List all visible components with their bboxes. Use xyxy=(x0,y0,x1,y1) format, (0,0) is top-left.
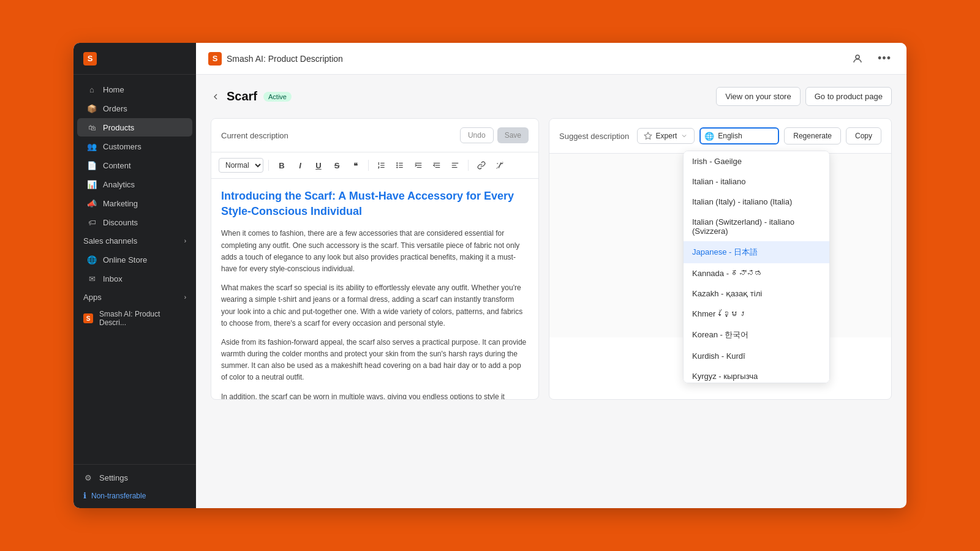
quote-button[interactable]: ❝ xyxy=(347,157,363,173)
lang-option-khmer[interactable]: Khmer - ខ្មែរ xyxy=(684,304,829,324)
page-content: Scarf Active View on your store Go to pr… xyxy=(196,75,907,508)
mode-label: Expert xyxy=(656,132,677,140)
svg-marker-21 xyxy=(644,132,652,139)
content-icon: 📄 xyxy=(87,160,97,170)
products-icon: 🛍 xyxy=(87,122,97,132)
sales-channels-label: Sales channels xyxy=(83,236,137,246)
outdent-button[interactable] xyxy=(429,157,445,173)
suggest-label: Suggest description xyxy=(559,132,629,141)
more-menu-btn[interactable]: ••• xyxy=(875,49,894,69)
topbar: S Smash AI: Product Description ••• xyxy=(196,43,907,75)
clear-format-button[interactable] xyxy=(492,157,508,173)
topbar-actions: ••• xyxy=(848,49,894,69)
underline-button[interactable]: U xyxy=(311,157,326,173)
apps-label: Apps xyxy=(83,293,102,302)
save-button[interactable]: Save xyxy=(497,127,529,143)
format-select[interactable]: Normal xyxy=(219,158,263,173)
lang-option-italian-italy[interactable]: Italian (Italy) - italiano (Italia) xyxy=(684,192,829,212)
lang-option-kyrgyz[interactable]: Kyrgyz - кыргызча xyxy=(684,366,829,383)
sidebar-item-products[interactable]: 🛍 Products xyxy=(77,118,192,137)
current-description-label: Current description xyxy=(221,131,288,140)
view-on-store-btn[interactable]: View on your store xyxy=(716,87,800,106)
sidebar-item-smash-ai[interactable]: S Smash AI: Product Descri... xyxy=(74,306,196,331)
sidebar-item-settings[interactable]: ⚙ Settings xyxy=(74,468,196,487)
sidebar-item-content[interactable]: 📄 Content xyxy=(77,156,192,174)
sidebar-item-content-label: Content xyxy=(103,161,131,170)
sidebar-item-customers[interactable]: 👥 Customers xyxy=(77,137,192,156)
link-button[interactable] xyxy=(473,157,489,173)
topbar-app-title: S Smash AI: Product Description xyxy=(208,52,343,66)
lang-option-italian-switzerland[interactable]: Italian (Switzerland) - italiano (Svizze… xyxy=(684,212,829,241)
sidebar-item-orders[interactable]: 📦 Orders xyxy=(77,99,192,118)
copy-button[interactable]: Copy xyxy=(846,127,881,144)
left-panel-header: Current description Undo Save xyxy=(211,119,538,152)
bold-button[interactable]: B xyxy=(274,157,290,173)
home-icon: ⌂ xyxy=(87,84,97,94)
page-title: Scarf xyxy=(227,89,257,103)
regenerate-button[interactable]: Regenerate xyxy=(784,127,841,144)
sidebar-item-inbox-label: Inbox xyxy=(103,274,123,283)
svg-line-20 xyxy=(497,162,503,169)
apps-header[interactable]: Apps › xyxy=(74,288,196,306)
toolbar-divider-2 xyxy=(368,160,369,171)
toolbar-divider-1 xyxy=(268,160,269,171)
sidebar-item-home-label: Home xyxy=(103,85,124,94)
online-store-icon: 🌐 xyxy=(87,255,97,264)
back-button[interactable] xyxy=(211,92,221,102)
topbar-title: Smash AI: Product Description xyxy=(227,54,343,64)
discounts-icon: 🏷 xyxy=(87,217,97,227)
sales-channels-header[interactable]: Sales channels › xyxy=(74,232,196,250)
sidebar: S ⌂ Home 📦 Orders 🛍 Products 👥 Customers… xyxy=(74,43,196,508)
smash-ai-logo: S xyxy=(83,313,93,323)
analytics-icon: 📊 xyxy=(87,179,97,189)
lang-option-japanese[interactable]: Japanese - 日本語 xyxy=(684,241,829,263)
lang-option-italian[interactable]: Italian - italiano xyxy=(684,171,829,192)
sidebar-item-online-store[interactable]: 🌐 Online Store xyxy=(77,250,192,269)
svg-point-0 xyxy=(856,55,859,59)
indent-button[interactable] xyxy=(410,157,426,173)
ordered-list-button[interactable] xyxy=(374,157,390,173)
align-left-button[interactable] xyxy=(447,157,463,173)
italic-button[interactable]: I xyxy=(292,157,308,173)
suggest-controls: Expert 🌐 Regenerate Copy xyxy=(637,127,881,144)
user-icon-btn[interactable] xyxy=(848,49,867,69)
lang-option-korean[interactable]: Korean - 한국어 xyxy=(684,324,829,346)
editor-heading: Introducing the Scarf: A Must-Have Acces… xyxy=(221,189,529,219)
sidebar-item-online-store-label: Online Store xyxy=(103,255,147,264)
lang-option-irish[interactable]: Irish - Gaeilge xyxy=(684,151,829,171)
panel-actions: Undo Save xyxy=(460,127,529,143)
svg-point-7 xyxy=(397,163,398,163)
main-content: S Smash AI: Product Description ••• xyxy=(196,43,907,508)
sidebar-nav: ⌂ Home 📦 Orders 🛍 Products 👥 Customers 📄… xyxy=(74,75,196,464)
editor-toolbar: Normal B I U S ❝ xyxy=(211,152,538,179)
sidebar-item-home[interactable]: ⌂ Home xyxy=(77,80,192,99)
lang-option-kurdish[interactable]: Kurdish - Kurdî xyxy=(684,346,829,366)
svg-point-8 xyxy=(397,165,398,165)
sidebar-item-inbox[interactable]: ✉ Inbox xyxy=(77,269,192,288)
sidebar-item-discounts[interactable]: 🏷 Discounts xyxy=(77,213,192,231)
go-to-product-page-btn[interactable]: Go to product page xyxy=(805,87,892,106)
editor-para-3: Aside from its fashion-forward appeal, t… xyxy=(221,337,529,384)
unordered-list-button[interactable] xyxy=(392,157,408,173)
lang-option-kannada[interactable]: Kannada - ಕನ್ನಡ xyxy=(684,263,829,283)
editor-content[interactable]: Introducing the Scarf: A Must-Have Acces… xyxy=(211,179,538,399)
sidebar-item-discounts-label: Discounts xyxy=(103,218,138,227)
sidebar-item-orders-label: Orders xyxy=(103,104,127,113)
sidebar-item-analytics[interactable]: 📊 Analytics xyxy=(77,175,192,193)
editor-para-2: What makes the scarf so special is its a… xyxy=(221,282,529,329)
page-header: Scarf Active View on your store Go to pr… xyxy=(211,87,892,106)
undo-button[interactable]: Undo xyxy=(460,127,494,143)
sidebar-bottom: ⚙ Settings ℹ Non-transferable xyxy=(74,464,196,508)
topbar-logo-icon: S xyxy=(208,52,222,66)
marketing-icon: 📣 xyxy=(87,198,97,208)
sidebar-item-marketing[interactable]: 📣 Marketing xyxy=(77,194,192,212)
lang-option-kazakh[interactable]: Kazakh - қазақ тілі xyxy=(684,283,829,304)
editor-para-1: When it comes to fashion, there are a fe… xyxy=(221,228,529,275)
two-col-layout: Current description Undo Save Normal B I… xyxy=(211,118,892,400)
globe-icon: 🌐 xyxy=(704,132,714,141)
app-logo-icon: S xyxy=(83,52,97,66)
mode-select[interactable]: Expert xyxy=(637,128,695,144)
non-transferable-item[interactable]: ℹ Non-transferable xyxy=(74,487,196,504)
strikethrough-button[interactable]: S xyxy=(329,157,345,173)
suggest-header: Suggest description Expert 🌐 xyxy=(549,119,891,154)
